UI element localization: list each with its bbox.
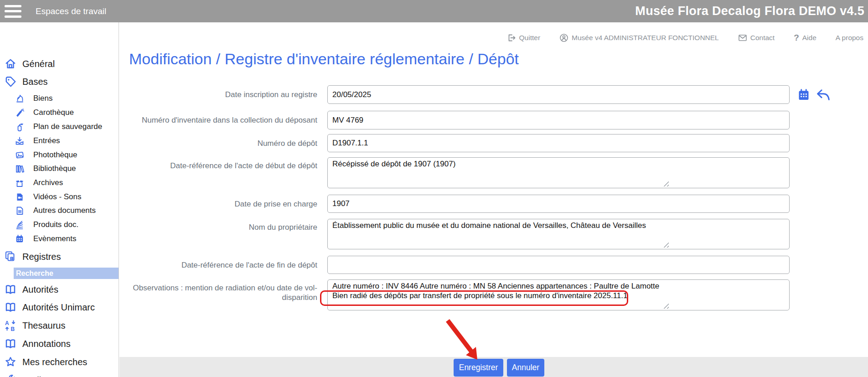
- form-row: Numéro de dépôt: [129, 134, 868, 152]
- observations-textarea[interactable]: Autre numéro : INV 8446 Autre numéro : M…: [327, 279, 790, 310]
- question-mark-icon: ?: [794, 33, 799, 43]
- sidebar-item-autres-documents[interactable]: Autres documents: [15, 205, 96, 217]
- topbar: Espaces de travail Musée Flora Decalog F…: [0, 0, 868, 22]
- sidebar-item-thesaurus[interactable]: AB Thesaurus: [5, 319, 66, 332]
- document-icon: [15, 206, 24, 215]
- user-link[interactable]: Musée v4 ADMINISTRATEUR FONCTIONNEL: [559, 33, 719, 42]
- field-label: Date-référence de l'acte de fin de dépôt: [129, 260, 323, 270]
- sidebar-item-registres[interactable]: Registres: [5, 250, 61, 263]
- workspace-label[interactable]: Espaces de travail: [36, 6, 106, 16]
- sidebar-item-annotations[interactable]: Annotations: [5, 337, 71, 351]
- fanned-sheets-icon: [15, 220, 24, 229]
- open-book-icon: [5, 284, 16, 295]
- sidebar: Général Bases Biens Carothèque Plan de s…: [0, 22, 119, 377]
- sidebar-item-produits-doc[interactable]: Produits doc.: [15, 219, 78, 231]
- photo-icon: [15, 150, 24, 160]
- inbox-arrow-icon: [15, 136, 24, 145]
- tag-icon: [5, 76, 16, 88]
- sidebar-item-entrees[interactable]: Entrées: [15, 135, 60, 147]
- field-label: Nom du propriétaire: [129, 219, 323, 249]
- sidebar-item-videos-sons[interactable]: Vidéos - Sons: [15, 191, 82, 203]
- open-book-icon: [5, 338, 16, 350]
- date-prise-en-charge-input[interactable]: [327, 195, 790, 213]
- sidebar-item-biens[interactable]: Biens: [15, 93, 53, 104]
- svg-text:A: A: [5, 320, 9, 326]
- app-title: Musée Flora Decalog Flora DEMO v4.5: [635, 4, 864, 18]
- numero-depot-input[interactable]: [327, 134, 790, 152]
- svg-text:B: B: [11, 326, 15, 331]
- user-icon: [559, 33, 568, 42]
- save-button[interactable]: Enregistrer: [454, 359, 503, 377]
- home-icon: [5, 58, 16, 70]
- sidebar-item-autorites[interactable]: Autorités: [5, 283, 58, 296]
- page-title: Modification / Registre d'inventaire rég…: [129, 50, 519, 68]
- numero-inventaire-input[interactable]: [327, 111, 790, 129]
- sidebar-item-mes-recherches[interactable]: Mes recherches: [5, 355, 87, 369]
- field-label: Date inscription au registre: [129, 90, 323, 99]
- form-row: Numéro d'inventaire dans la collection d…: [129, 111, 868, 129]
- star-icon: [5, 356, 16, 368]
- sidebar-item-outils[interactable]: Outils: [5, 373, 46, 377]
- open-book-icon: [5, 301, 16, 313]
- video-document-icon: [15, 192, 24, 201]
- sidebar-item-bibliotheque[interactable]: Bibliothèque: [15, 163, 76, 175]
- acte-debut-depot-textarea[interactable]: Récépissé de dépôt de 1907 (1907): [327, 157, 790, 188]
- form-row: Date de prise en charge: [129, 195, 868, 213]
- menu-icon[interactable]: [5, 5, 21, 18]
- field-label: Numéro d'inventaire dans la collection d…: [129, 115, 323, 125]
- form-row: Date-référence de l'acte de début de dép…: [129, 157, 868, 188]
- observations-line1: Autre numéro : INV 8446 Autre numéro : M…: [332, 281, 785, 291]
- calendar-picker-icon[interactable]: [797, 88, 810, 101]
- field-label: Date-référence de l'acte de début de dép…: [129, 157, 323, 188]
- form-row: Date inscription au registre: [129, 85, 868, 104]
- quit-link[interactable]: Quitter: [507, 33, 541, 42]
- sidebar-item-evenements[interactable]: Evènements: [15, 233, 77, 245]
- sidebar-item-autorites-unimarc[interactable]: Autorités Unimarc: [5, 300, 95, 314]
- header-links: Quitter Musée v4 ADMINISTRATEUR FONCTION…: [319, 31, 863, 45]
- chess-knight-icon: [15, 94, 24, 103]
- carrot-icon: [15, 108, 24, 117]
- field-label: Observations : mention de radiation et/o…: [129, 279, 323, 310]
- cancel-button[interactable]: Annuler: [507, 359, 544, 377]
- undo-icon[interactable]: [816, 88, 830, 101]
- fire-extinguisher-icon: [15, 122, 24, 131]
- stacked-registers-icon: [5, 251, 16, 263]
- archive-box-icon: [15, 178, 24, 187]
- help-link[interactable]: ? Aide: [794, 33, 816, 43]
- contact-link[interactable]: Contact: [738, 33, 775, 42]
- acte-fin-depot-input[interactable]: [327, 256, 790, 274]
- date-inscription-input[interactable]: [327, 85, 790, 104]
- deposit-form: Date inscription au registre Numéro d'in…: [129, 85, 868, 331]
- sidebar-item-carotheque[interactable]: Carothèque: [15, 107, 74, 119]
- sidebar-item-phototheque[interactable]: Photothèque: [15, 149, 77, 161]
- field-label: Numéro de dépôt: [129, 139, 323, 148]
- translate-ab-icon: AB: [5, 320, 16, 331]
- sidebar-item-bases[interactable]: Bases: [5, 75, 48, 88]
- form-row: Observations : mention de radiation et/o…: [129, 279, 868, 310]
- exit-icon: [507, 33, 516, 42]
- sidebar-item-general[interactable]: Général: [5, 57, 55, 71]
- sidebar-item-recherche[interactable]: Recherche: [14, 268, 119, 279]
- about-link[interactable]: A propos: [836, 34, 863, 42]
- sidebar-item-plan-de-sauvegarde[interactable]: Plan de sauvegarde: [15, 121, 102, 133]
- nom-proprietaire-textarea[interactable]: Établissement public du musée et du doma…: [327, 219, 790, 249]
- form-row: Date-référence de l'acte de fin de dépôt: [129, 256, 868, 274]
- wrench-icon: [5, 374, 16, 377]
- observations-line2: Bien radié des dépôts par transfert de p…: [332, 291, 785, 300]
- form-row: Nom du propriétaire Établissement public…: [129, 219, 868, 249]
- books-icon: [15, 164, 24, 173]
- field-label: Date de prise en charge: [129, 199, 323, 209]
- calendar-icon: [15, 234, 24, 243]
- sidebar-item-archives[interactable]: Archives: [15, 177, 63, 189]
- envelope-icon: [738, 33, 747, 42]
